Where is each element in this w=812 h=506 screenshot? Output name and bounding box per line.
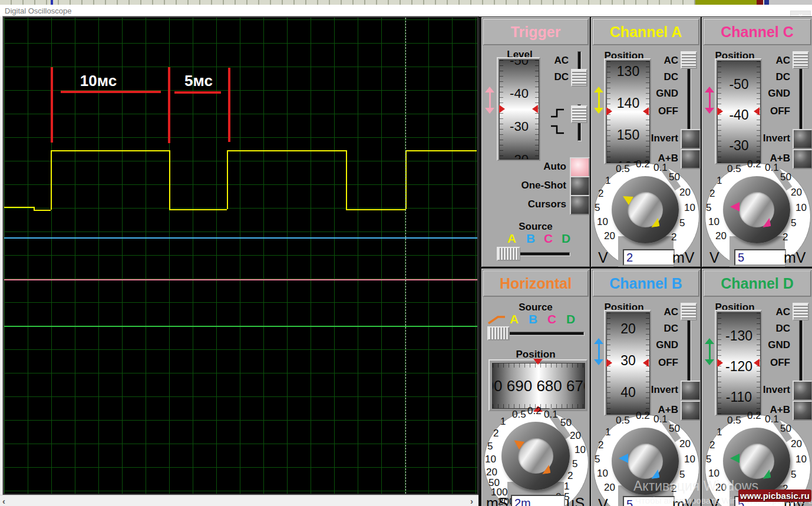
one-shot-button[interactable]	[570, 176, 590, 196]
drum-marker-left	[717, 107, 723, 115]
off-label: OFF	[761, 357, 790, 369]
knob-scale-label: 5	[595, 454, 600, 465]
knob-scale-label: 0.1	[653, 162, 668, 174]
channel-a-panel: Channel A Position 130140150160 AC DC GN…	[590, 16, 701, 267]
position-drum[interactable]: 20304050	[604, 310, 651, 416]
invert-label: Invert	[645, 384, 678, 396]
knob-inner-pointer	[761, 469, 771, 479]
drum-value: -50	[718, 77, 760, 92]
drum-value: -30	[718, 138, 760, 154]
knob-scale-label: 0.5	[616, 415, 630, 426]
trigger-source-slider[interactable]	[497, 247, 571, 260]
knob-scale-label: 50	[780, 171, 791, 183]
position-updown-arrow[interactable]	[594, 338, 603, 365]
horizontal-panel: Horizontal Source A B C D Position 00 69…	[481, 268, 590, 506]
trace-channel-a	[227, 150, 228, 209]
ruler-segment-olive	[695, 0, 757, 5]
scope-display-frame: 10мс5мс	[3, 16, 478, 495]
horizontal-scrollbar[interactable]: ‹ ›	[0, 495, 478, 506]
ac-label: AC	[761, 55, 790, 67]
knob-scale-label: 2	[598, 188, 603, 200]
knob-scale-label: 50	[669, 423, 680, 435]
knob-scale-label: 0.5	[727, 415, 741, 426]
gain-knob[interactable]	[723, 176, 790, 243]
level-updown-arrow[interactable]	[485, 87, 494, 114]
drum-marker-top	[533, 359, 543, 365]
measure-label: 5мс	[163, 72, 234, 90]
off-label: OFF	[761, 105, 790, 117]
timebase-value-input[interactable]	[511, 495, 565, 506]
drum-value: -130	[718, 328, 760, 344]
ruler-marker	[51, 0, 53, 5]
knob-scale-label: 10	[684, 454, 695, 465]
drum-value: -110	[718, 389, 760, 405]
timebase-cursor	[405, 18, 406, 494]
horizontal-position-drum[interactable]: 00 690 680 670	[488, 359, 587, 411]
position-drum[interactable]: -50-40-30	[715, 58, 762, 164]
channel-c-panel: Channel C Position -50-40-30 AC DC GND O…	[701, 16, 812, 267]
knob-scale-label: 20	[604, 482, 615, 494]
drum-marker-right	[532, 105, 538, 113]
ac-label: AC	[540, 55, 569, 67]
scroll-right-icon[interactable]: ›	[470, 496, 473, 506]
trigger-title: Trigger	[483, 18, 589, 45]
knob-scale-label: 20	[715, 230, 727, 242]
cursors-button[interactable]	[570, 195, 590, 215]
trace-channel-d	[4, 326, 477, 327]
trace-channel-c	[4, 279, 477, 280]
knob-scale-label: 10	[708, 216, 719, 228]
trace-channel-a	[51, 150, 169, 151]
drum-value: 40	[607, 385, 649, 401]
timebase-knob-area: 1251020501002000.50.20.15020105210.5 mS …	[483, 409, 589, 506]
drum-value: 150	[607, 127, 649, 143]
invert-button[interactable]	[793, 381, 812, 401]
position-drum[interactable]: 130140150160	[604, 58, 651, 164]
gain-knob[interactable]	[612, 176, 679, 243]
knob-scale-label: 5	[572, 458, 577, 470]
knob-scale-label: 2	[783, 231, 788, 243]
trace-channel-a	[51, 150, 52, 210]
invert-button[interactable]	[681, 129, 701, 149]
knob-scale-label: 0.2	[636, 410, 650, 422]
knob-scale-label: 10	[796, 202, 807, 214]
invert-button[interactable]	[681, 381, 701, 401]
auto-button[interactable]	[570, 157, 590, 177]
knob-scale-label: 5	[595, 202, 600, 214]
source-d-label: D	[566, 312, 575, 326]
knob-scale-label: 0.5	[727, 163, 741, 175]
knob-scale-label: 0.1	[765, 414, 779, 425]
gain-knob-area: 0.512510200.20.150201052 V mV	[704, 161, 811, 267]
gain-value-input[interactable]	[734, 249, 786, 266]
picbasic-watermark-badge: www.picbasic.ru	[738, 490, 811, 502]
drum-marker-right	[643, 359, 649, 367]
measure-hline	[61, 91, 161, 93]
position-updown-arrow[interactable]	[594, 87, 603, 114]
position-updown-arrow[interactable]	[705, 87, 714, 114]
dc-label: DC	[540, 71, 569, 83]
window-title: Digital Oscilloscope	[5, 6, 71, 15]
position-drum[interactable]: -130-120-110	[715, 310, 762, 416]
drum-marker-right	[643, 107, 649, 115]
scroll-left-icon[interactable]: ‹	[2, 496, 5, 506]
trigger-source-label: Source	[481, 221, 590, 233]
trigger-edge-slider[interactable]	[571, 103, 586, 142]
horizontal-drum-value: 00 690 680 670	[492, 363, 585, 409]
cursors-label: Cursors	[505, 199, 566, 210]
horizontal-source-slider[interactable]	[487, 326, 585, 339]
trace-channel-a	[346, 150, 347, 209]
invert-button[interactable]	[793, 129, 812, 149]
knob-scale-label: 1	[717, 426, 722, 438]
invert-label: Invert	[757, 384, 790, 396]
knob-scale-label: 0.2	[747, 158, 761, 170]
measure-vline	[51, 67, 53, 143]
knob-scale-label: 5	[791, 217, 796, 229]
knob-scale-label: 2	[598, 439, 603, 451]
position-updown-arrow[interactable]	[705, 338, 714, 365]
knob-scale-label: 10	[575, 444, 586, 456]
knob-pointer	[730, 202, 740, 211]
trigger-coupling-slider[interactable]	[571, 50, 586, 87]
trigger-level-drum[interactable]: -50-40-30-20	[497, 57, 540, 161]
knob-pointer	[730, 454, 740, 463]
gain-value-input[interactable]	[623, 249, 675, 266]
timebase-knob[interactable]	[501, 422, 570, 490]
